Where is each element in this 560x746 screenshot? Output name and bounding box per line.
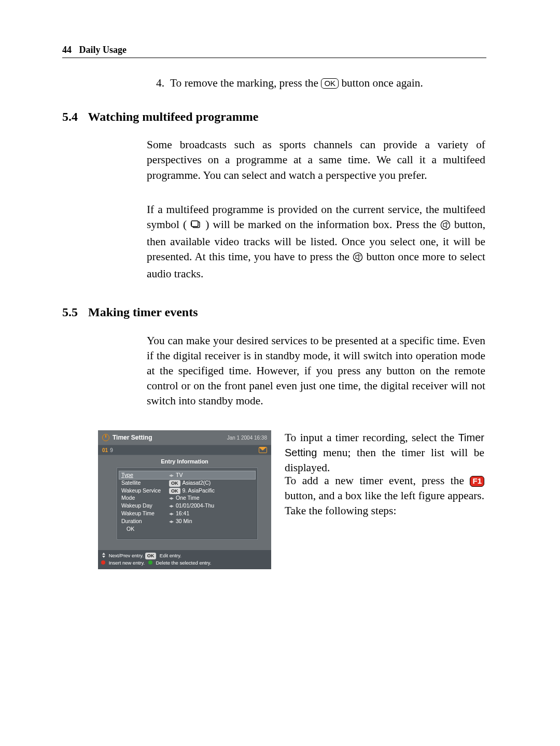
entry-row-label: Satellite — [121, 479, 169, 487]
entry-row-value-text: One Time — [176, 495, 200, 501]
step-number: 4. — [156, 76, 164, 91]
right-text-1: To input a timer recording, select the T… — [285, 430, 484, 475]
lr-arrows-icon: ◂▸ — [169, 518, 173, 524]
section-5-4-title: Watching multifeed programme — [88, 110, 259, 123]
entry-row-value: ◂▸TV — [169, 471, 253, 479]
svg-text:?: ? — [359, 254, 361, 258]
entry-information-box: Type◂▸TVSatelliteOKAsiasat2(C)Wakeup Ser… — [117, 468, 258, 540]
lr-arrows-icon: ◂▸ — [169, 495, 173, 501]
entry-row-label: Mode — [121, 494, 169, 502]
entry-row-value-text: 01/01/2004-Thu — [176, 502, 214, 509]
p54b-b: ) will be marked on the information box.… — [205, 218, 440, 231]
lr-arrows-icon: ◂▸ — [169, 503, 173, 509]
section-5-4-para-2: If a multifeed programme is provided on … — [147, 202, 485, 282]
step-4-text-a: To remove the marking, press the — [170, 77, 321, 89]
osd-ch-major: 01 — [102, 447, 108, 453]
entry-row-value-text: Asiasat2(C) — [183, 480, 211, 486]
foot1b: Edit entry. — [160, 553, 181, 558]
ok-pill-icon: OK — [169, 488, 180, 495]
osd-footer-line2: Insert new entry. Delete the selected en… — [101, 559, 268, 566]
entry-row-label: Duration — [121, 517, 169, 525]
nav-arrows-icon — [101, 553, 106, 558]
osd-footer: Next/Prev entry. OK Edit entry. Insert n… — [98, 550, 271, 569]
entry-information-title: Entry Information — [98, 458, 271, 465]
rt1a: To input a timer recording, select the — [285, 431, 458, 444]
ok-pill-icon: OK — [145, 553, 157, 559]
entry-row-value: ◂▸01/01/2004-Thu — [169, 502, 253, 510]
page: 44 Daily Usage 4. To remove the marking,… — [0, 0, 560, 746]
green-dot-icon — [148, 560, 152, 565]
entry-row-label: Wakeup Service — [121, 487, 169, 495]
osd-datetime: Jan 1 2004 16:38 — [227, 435, 267, 441]
chapter-title: Daily Usage — [79, 45, 127, 55]
entry-row: Duration◂▸30 Min — [121, 517, 253, 525]
osd-ch-minor: 9 — [110, 447, 113, 453]
foot2b: Delete the selected entry. — [156, 560, 211, 566]
entry-row-label: Type — [121, 471, 169, 479]
section-5-5-para-1: You can make your desired services to be… — [147, 333, 485, 409]
foot2a: Insert new entry. — [109, 560, 146, 566]
entry-row-value: ◂▸16:41 — [169, 510, 253, 517]
entry-row-label: Wakeup Day — [121, 502, 169, 510]
f1-key: F1 — [470, 476, 484, 487]
entry-row: SatelliteOKAsiasat2(C) — [121, 479, 253, 487]
osd-header: Timer Setting Jan 1 2004 16:38 — [98, 430, 271, 445]
right-text-2: To add a new timer event, press the F1 b… — [285, 473, 484, 518]
entry-row: Mode◂▸One Time — [121, 494, 253, 502]
entry-row-value-text: 9. AsiaPacific — [183, 487, 215, 494]
audio-button-icon-2: ? — [353, 251, 363, 266]
osd-title: Timer Setting — [113, 434, 227, 441]
entry-row: Wakeup Time◂▸16:41 — [121, 510, 253, 517]
clock-icon — [102, 434, 109, 441]
rt2a: To add a new timer event, press the — [285, 474, 470, 487]
osd-subheader: 01 9 — [98, 445, 271, 455]
mail-icon — [259, 447, 267, 453]
section-5-4-heading: 5.4 Watching multifeed programme — [62, 110, 486, 124]
page-header: 44 Daily Usage — [62, 45, 486, 58]
rt2b: button, and a box like the left figure a… — [285, 489, 484, 517]
entry-row-label: OK — [121, 525, 174, 533]
lr-arrows-icon: ◂▸ — [169, 472, 173, 478]
section-5-5-title: Making timer events — [88, 305, 198, 319]
ok-key: OK — [321, 78, 339, 89]
svg-text:?: ? — [447, 222, 449, 226]
entry-row-value-text: 16:41 — [176, 510, 189, 516]
lr-arrows-icon: ◂▸ — [169, 511, 173, 516]
entry-row: Wakeup ServiceOK9. AsiaPacific — [121, 487, 253, 495]
entry-row-value: OKAsiasat2(C) — [169, 479, 253, 487]
red-dot-icon — [101, 560, 105, 565]
section-5-5-heading: 5.5 Making timer events — [62, 305, 486, 319]
step-4: 4. To remove the marking, press the OK b… — [147, 76, 485, 91]
entry-row-value: ◂▸30 Min — [169, 517, 253, 525]
section-5-4: 5.4 Watching multifeed programme — [62, 110, 486, 124]
multifeed-icon — [190, 219, 202, 234]
svg-rect-1 — [191, 221, 198, 227]
entry-row: Type◂▸TV — [119, 471, 255, 479]
section-5-4-para-1: Some broadcasts such as sports channels … — [147, 137, 485, 183]
entry-row-value-text: 30 Min — [176, 518, 192, 524]
entry-row: OK — [121, 525, 253, 533]
ok-pill-icon: OK — [169, 480, 180, 487]
section-5-5-number: 5.5 — [62, 305, 78, 319]
audio-button-icon: ? — [440, 219, 451, 234]
entry-row: Wakeup Day◂▸01/01/2004-Thu — [121, 502, 253, 510]
osd-footer-line1: Next/Prev entry. OK Edit entry. — [101, 552, 268, 559]
step-4-text-b: button once again. — [341, 77, 423, 89]
entry-row-value-text: TV — [176, 472, 183, 478]
foot1a: Next/Prev entry. — [109, 553, 145, 558]
entry-row-value: ◂▸One Time — [169, 494, 253, 502]
timer-setting-screenshot: Timer Setting Jan 1 2004 16:38 01 9 Entr… — [98, 430, 271, 569]
section-5-5: 5.5 Making timer events — [62, 305, 486, 319]
entry-row-value: OK9. AsiaPacific — [169, 487, 253, 495]
page-number: 44 — [62, 45, 72, 55]
entry-row-value — [174, 525, 253, 533]
section-5-4-number: 5.4 — [62, 110, 78, 123]
entry-row-label: Wakeup Time — [121, 510, 169, 517]
